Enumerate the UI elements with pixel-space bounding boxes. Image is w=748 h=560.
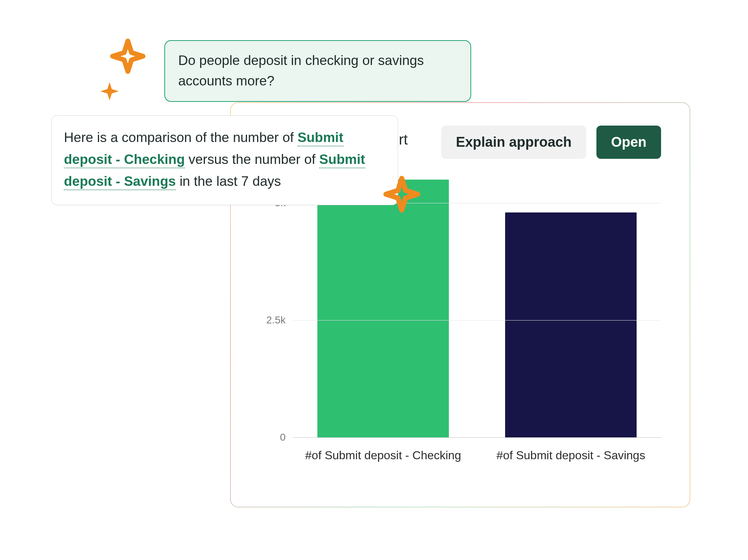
open-button[interactable]: Open bbox=[596, 126, 661, 159]
chart-bar bbox=[505, 212, 637, 437]
x-axis-labels: #of Submit deposit - Checking#of Submit … bbox=[293, 441, 661, 485]
answer-text: Here is a comparison of the number of bbox=[64, 130, 298, 145]
assistant-answer-card: Here is a comparison of the number of Su… bbox=[51, 115, 398, 205]
answer-text: in the last 7 days bbox=[180, 174, 281, 189]
sparkle-icon bbox=[110, 38, 146, 74]
explain-approach-button[interactable]: Explain approach bbox=[441, 126, 586, 159]
answer-text: versus the number of bbox=[188, 152, 319, 167]
panel-header: Explain approach Open bbox=[441, 126, 661, 159]
sparkle-icon bbox=[383, 175, 421, 213]
chart-plot bbox=[293, 180, 661, 437]
gridline bbox=[293, 437, 661, 438]
gridline bbox=[293, 320, 661, 321]
user-question-bubble: Do people deposit in checking or savings… bbox=[164, 40, 471, 102]
user-question-text: Do people deposit in checking or savings… bbox=[178, 53, 424, 88]
sparkle-icon bbox=[99, 80, 121, 102]
chart-area: 02.5k5k #of Submit deposit - Checking#of… bbox=[264, 180, 661, 485]
bar-wrap bbox=[492, 180, 650, 437]
chart-bar bbox=[317, 180, 449, 437]
bar-wrap bbox=[304, 180, 462, 437]
x-tick-label: #of Submit deposit - Savings bbox=[492, 441, 650, 485]
x-tick-label: #of Submit deposit - Checking bbox=[304, 441, 462, 485]
y-tick-label: 2.5k bbox=[264, 314, 286, 326]
chart-type-label: rt bbox=[399, 131, 408, 148]
y-axis: 02.5k5k bbox=[264, 180, 289, 437]
y-tick-label: 0 bbox=[264, 431, 286, 443]
